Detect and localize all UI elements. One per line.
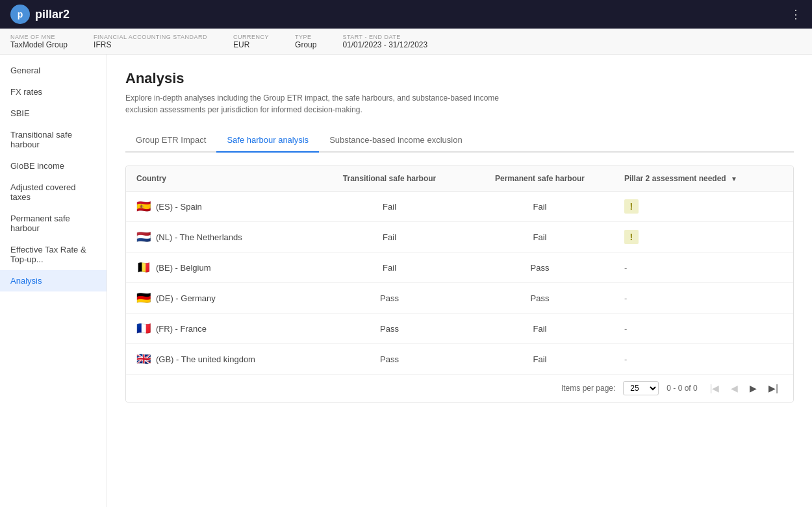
transitional-cell-1: Fail (313, 222, 466, 253)
info-currency-value: EUR (233, 40, 269, 49)
table-row: 🇬🇧(GB) - The united kingdomPassFail- (126, 344, 793, 375)
permanent-cell-3: Pass (466, 283, 614, 314)
table-row: 🇫🇷(FR) - FrancePassFail- (126, 314, 793, 344)
sort-icon: ▼ (731, 175, 737, 182)
table-header-row: Country Transitional safe harbour Perman… (126, 166, 793, 192)
pillar2-cell-2: - (614, 253, 793, 283)
analysis-table: Country Transitional safe harbour Perman… (125, 166, 794, 402)
transitional-cell-4: Pass (313, 314, 466, 344)
table-row: 🇧🇪(BE) - BelgiumFailPass- (126, 253, 793, 283)
flag-nl: 🇳🇱 (136, 230, 151, 244)
flag-es: 🇪🇸 (136, 199, 151, 214)
page-navigation: |◀ ◀ ▶ ▶| (705, 381, 783, 395)
info-financial-value: IFRS (94, 40, 207, 49)
col-permanent: Permanent safe harbour (466, 166, 614, 192)
last-page-button[interactable]: ▶| (764, 381, 783, 395)
country-cell-0: 🇪🇸(ES) - Spain (126, 192, 313, 222)
sidebar-item-fx-rates[interactable]: FX rates (0, 81, 107, 103)
pillar2-cell-4: - (614, 314, 793, 344)
sidebar-item-effective-tax-rate[interactable]: Effective Tax Rate & Top-up... (0, 239, 107, 270)
pillar2-cell-0: ! (614, 192, 793, 222)
sidebar-item-general[interactable]: General (0, 60, 107, 81)
info-type: TYPE Group (295, 34, 316, 49)
flag-gb: 🇬🇧 (136, 352, 151, 366)
content: Analysis Explore in-depth analyses inclu… (107, 55, 812, 507)
prev-page-button[interactable]: ◀ (726, 381, 742, 395)
tab-safe-harbour[interactable]: Safe harbour analysis (216, 129, 319, 151)
menu-icon[interactable]: ⋮ (790, 7, 802, 21)
per-page-label: Items per page: (561, 384, 615, 393)
exclaim-badge-0: ! (624, 199, 639, 214)
table-row: 🇩🇪(DE) - GermanyPassPass- (126, 283, 793, 314)
tab-group-etr[interactable]: Group ETR Impact (125, 129, 216, 151)
pillar-dash-5: - (624, 354, 627, 364)
flag-de: 🇩🇪 (136, 291, 151, 305)
exclaim-badge-1: ! (624, 230, 639, 244)
info-type-label: TYPE (295, 34, 316, 40)
pillar2-cell-3: - (614, 283, 793, 314)
permanent-cell-1: Fail (466, 222, 614, 253)
info-currency: CURRENCY EUR (233, 34, 269, 49)
country-cell-3: 🇩🇪(DE) - Germany (126, 283, 313, 314)
sidebar-item-permanent-safe-harbour[interactable]: Permanent safe harbour (0, 208, 107, 239)
logo-text: pillar2 (35, 8, 70, 21)
table-row: 🇪🇸(ES) - SpainFailFail! (126, 192, 793, 222)
tab-substance-income[interactable]: Substance-based income exclusion (319, 129, 473, 151)
country-cell-4: 🇫🇷(FR) - France (126, 314, 313, 344)
info-date: START - END DATE 01/01/2023 - 31/12/2023 (342, 34, 427, 49)
tabs: Group ETR ImpactSafe harbour analysisSub… (125, 129, 794, 153)
flag-be: 🇧🇪 (136, 260, 151, 275)
info-financial: FINANCIAL ACCOUNTING STANDARD IFRS (94, 34, 207, 49)
info-name-label: NAME OF MNE (10, 34, 68, 40)
first-page-button[interactable]: |◀ (705, 381, 724, 395)
country-cell-1: 🇳🇱(NL) - The Netherlands (126, 222, 313, 253)
permanent-cell-5: Fail (466, 344, 614, 375)
sidebar-item-transitional-safe-harbour[interactable]: Transitional safe harbour (0, 124, 107, 155)
permanent-cell-2: Pass (466, 253, 614, 283)
transitional-cell-3: Pass (313, 283, 466, 314)
sidebar-item-analysis[interactable]: Analysis (0, 270, 107, 291)
info-name-value: TaxModel Group (10, 40, 68, 49)
info-date-value: 01/01/2023 - 31/12/2023 (342, 40, 427, 49)
page-info: 0 - 0 of 0 (666, 384, 697, 393)
pillar-dash-4: - (624, 324, 627, 334)
info-name-mne: NAME OF MNE TaxModel Group (10, 34, 68, 49)
col-pillar2[interactable]: Pillar 2 assessment needed ▼ (614, 166, 793, 192)
per-page-select[interactable]: 25 10 50 100 (623, 381, 659, 395)
pagination: Items per page: 25 10 50 100 0 - 0 of 0 … (126, 374, 793, 402)
country-name-1: (NL) - The Netherlands (156, 232, 242, 242)
info-financial-label: FINANCIAL ACCOUNTING STANDARD (94, 34, 207, 40)
permanent-cell-0: Fail (466, 192, 614, 222)
country-name-3: (DE) - Germany (156, 293, 216, 303)
info-currency-label: CURRENCY (233, 34, 269, 40)
country-name-5: (GB) - The united kingdom (156, 354, 255, 364)
country-cell-2: 🇧🇪(BE) - Belgium (126, 253, 313, 283)
info-bar: NAME OF MNE TaxModel Group FINANCIAL ACC… (0, 29, 812, 55)
col-transitional: Transitional safe harbour (313, 166, 466, 192)
logo-icon: p (10, 5, 30, 24)
sidebar-item-adjusted-covered-taxes[interactable]: Adjusted covered taxes (0, 177, 107, 208)
country-name-4: (FR) - France (156, 324, 207, 334)
main-layout: GeneralFX ratesSBIETransitional safe har… (0, 55, 812, 507)
info-type-value: Group (295, 40, 316, 49)
country-cell-5: 🇬🇧(GB) - The united kingdom (126, 344, 313, 375)
transitional-cell-5: Pass (313, 344, 466, 375)
sidebar-item-sbie[interactable]: SBIE (0, 103, 107, 124)
col-country: Country (126, 166, 313, 192)
page-title: Analysis (125, 70, 794, 87)
pillar2-cell-5: - (614, 344, 793, 375)
logo: p pillar2 (10, 5, 70, 24)
transitional-cell-2: Fail (313, 253, 466, 283)
info-date-label: START - END DATE (342, 34, 427, 40)
sidebar-item-globe-income[interactable]: GloBE income (0, 155, 107, 177)
country-name-0: (ES) - Spain (156, 202, 202, 212)
page-description: Explore in-depth analyses including the … (125, 92, 515, 116)
pillar-dash-2: - (624, 263, 627, 273)
top-bar: p pillar2 ⋮ (0, 0, 812, 29)
table-row: 🇳🇱(NL) - The NetherlandsFailFail! (126, 222, 793, 253)
transitional-cell-0: Fail (313, 192, 466, 222)
country-name-2: (BE) - Belgium (156, 263, 211, 273)
next-page-button[interactable]: ▶ (745, 381, 761, 395)
flag-fr: 🇫🇷 (136, 321, 151, 336)
sidebar: GeneralFX ratesSBIETransitional safe har… (0, 55, 107, 507)
